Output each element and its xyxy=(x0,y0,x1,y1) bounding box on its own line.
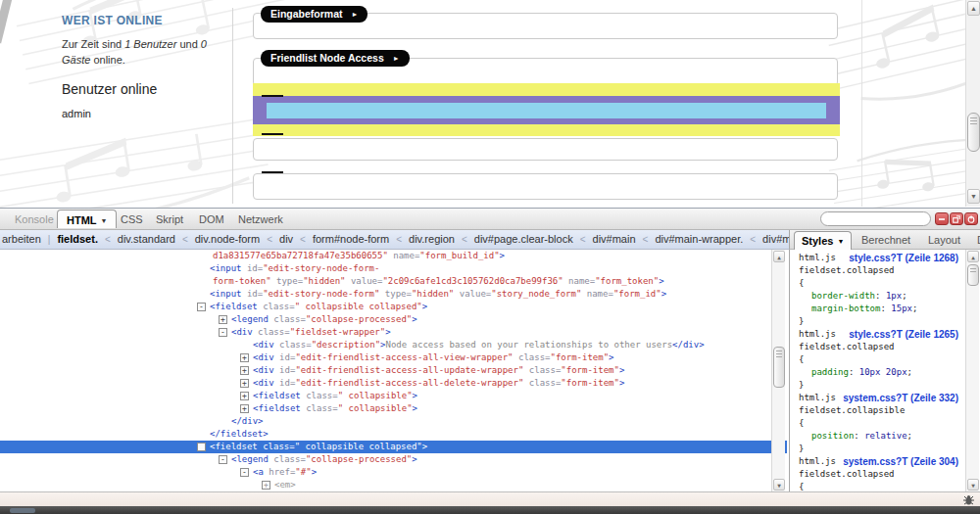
firebug-tab-konsole[interactable]: Konsole xyxy=(6,210,63,229)
collapse-node-icon[interactable]: - xyxy=(219,328,227,337)
html-panel-scrollbar[interactable]: ▲ ▼ xyxy=(771,250,785,491)
breadcrumb-divregion[interactable]: div.region xyxy=(409,233,455,245)
code-line[interactable]: -<fieldset class=" collapsible collapsed… xyxy=(0,301,787,313)
user-admin-link[interactable]: admin xyxy=(62,108,228,119)
expand-node-icon[interactable]: + xyxy=(240,404,249,413)
code-token-val: "hidden" xyxy=(303,276,345,286)
browser-scrollbar[interactable]: ▲ ▼ xyxy=(965,0,980,207)
code-token-val: d1a831577e65ba72718fa47e35b60655" xyxy=(213,251,388,260)
breadcrumb-divmain-wrapper[interactable]: div#main-wrapper. xyxy=(655,233,743,245)
breadcrumb-formnode-form[interactable]: form#node-form xyxy=(313,233,389,245)
firebug-tab-dom[interactable]: DOM xyxy=(190,210,233,229)
breadcrumb-divmain[interactable]: div#main xyxy=(593,233,636,245)
scroll-down-icon[interactable]: ▼ xyxy=(967,479,979,491)
css-file-link[interactable]: style.css?T (Zeile 1268) xyxy=(849,252,958,264)
scroll-up-icon[interactable]: ▲ xyxy=(773,251,785,262)
collapse-node-icon[interactable]: - xyxy=(197,303,206,311)
side-panel-tabs: Styles▼BerechnetLayoutDOM xyxy=(790,230,980,250)
scrollbar-thumb[interactable] xyxy=(967,264,979,286)
css-property[interactable]: padding: 10px 20px; xyxy=(799,366,980,379)
expand-node-icon[interactable]: + xyxy=(240,392,249,400)
code-line[interactable]: +<div id="edit-friendlist-access-all-del… xyxy=(0,377,787,390)
expand-node-icon[interactable]: + xyxy=(240,366,249,375)
breadcrumb-divpageclear-block[interactable]: div#page.clear-block xyxy=(474,233,573,245)
code-line[interactable]: +<legend class="collapse-processed"> xyxy=(0,313,787,326)
css-property-name: padding xyxy=(811,367,849,377)
css-property[interactable]: position: relative; xyxy=(799,430,980,443)
deactivate-button[interactable] xyxy=(964,212,978,225)
code-line[interactable]: </fieldset> xyxy=(0,428,787,441)
code-line[interactable]: d1a831577e65ba72718fa47e35b60655" name="… xyxy=(0,250,787,262)
scrollbar-thumb[interactable] xyxy=(967,113,980,152)
css-rules: html.jsstyle.css?T (Zeile 1268)fieldset.… xyxy=(799,252,980,491)
code-line-selected[interactable]: -<fieldset class=" collapsible collapsed… xyxy=(0,441,787,453)
collapsed-legend-link[interactable] xyxy=(262,95,283,97)
code-line[interactable]: +<fieldset class=" collapsible"> xyxy=(0,402,787,415)
css-file-link[interactable]: system.css?T (Zeile 332) xyxy=(843,392,958,404)
breadcrumb-separator: < xyxy=(643,234,649,245)
firebug-bug-icon[interactable] xyxy=(962,494,975,506)
code-line[interactable]: -<legend class="collapse-processed"> xyxy=(0,453,787,466)
chevron-down-icon: ▼ xyxy=(101,217,108,224)
expand-node-icon[interactable]: + xyxy=(262,481,270,490)
scroll-up-icon[interactable]: ▲ xyxy=(967,251,979,262)
code-line[interactable]: <input id="edit-story-node-form" type="h… xyxy=(0,288,787,301)
collapse-node-icon[interactable]: - xyxy=(219,455,227,464)
code-line[interactable]: <div class="description">Node access bas… xyxy=(0,339,787,351)
css-file-link[interactable]: style.css?T (Zeile 1265) xyxy=(849,328,958,341)
code-token-tag: <div xyxy=(253,365,274,375)
code-token-val: "edit-friendlist-access-all-delete-wrapp… xyxy=(295,378,523,388)
firebug-tab-html[interactable]: HTML▼ xyxy=(57,210,117,228)
css-property[interactable]: border-width: 1px; xyxy=(799,290,980,303)
firebug-tab-netzwerk[interactable]: Netzwerk xyxy=(229,210,292,229)
side-tab-layout[interactable]: Layout xyxy=(921,231,967,250)
scrollbar-thumb[interactable] xyxy=(773,347,785,388)
code-line[interactable]: +<em> xyxy=(0,479,787,491)
collapsed-legend-link[interactable] xyxy=(262,133,283,135)
code-token-val: "form_build_id" xyxy=(419,251,499,260)
expand-node-icon[interactable]: + xyxy=(240,379,249,388)
css-selector: fieldset.collapsed xyxy=(799,341,980,353)
collapse-node-icon[interactable]: - xyxy=(197,443,206,451)
css-file-link[interactable]: system.css?T (Zeile 304) xyxy=(843,455,958,468)
breadcrumb-divnode-form[interactable]: div.node-form xyxy=(195,233,260,245)
code-line[interactable]: -<div class="fieldset-wrapper"> xyxy=(0,326,787,339)
expand-node-icon[interactable]: + xyxy=(219,315,227,324)
breadcrumb-arbeiten[interactable]: arbeiten xyxy=(2,233,41,245)
who-online-title: WER IST ONLINE xyxy=(62,14,228,27)
scroll-down-icon[interactable]: ▼ xyxy=(773,479,785,491)
code-line[interactable]: <input id="edit-story-node-form- xyxy=(0,262,787,275)
collapse-node-icon[interactable]: - xyxy=(240,468,249,477)
scroll-down-icon[interactable]: ▼ xyxy=(967,189,980,204)
expand-node-icon[interactable]: + xyxy=(240,353,249,362)
breadcrumb-fieldset[interactable]: fieldset. xyxy=(57,233,98,245)
code-line[interactable]: +<div id="edit-friendlist-access-all-upd… xyxy=(0,364,787,377)
code-token-attr: class= xyxy=(258,302,295,311)
fieldset-legend-friendlist[interactable]: Friendlist Node Access► xyxy=(261,50,410,67)
who-online-mid: und xyxy=(176,38,200,50)
code-line[interactable]: -<a href="#"> xyxy=(0,466,787,479)
firebug-tab-skript[interactable]: Skript xyxy=(147,210,192,229)
side-tab-berechnet[interactable]: Berechnet xyxy=(855,231,917,250)
code-line[interactable]: +<div id="edit-friendlist-access-all-vie… xyxy=(0,351,787,364)
search-input[interactable] xyxy=(820,211,931,226)
code-line[interactable]: </div> xyxy=(0,415,787,428)
breadcrumb-div[interactable]: div xyxy=(279,233,293,245)
code-token-attr: id= xyxy=(242,289,264,299)
side-tab-dom[interactable]: DOM xyxy=(970,231,980,250)
minimize-button[interactable] xyxy=(935,212,949,225)
code-line[interactable]: form-token" type="hidden" value="2c09c6a… xyxy=(0,275,787,288)
code-token-tag: > xyxy=(413,391,417,400)
side-tab-styles[interactable]: Styles▼ xyxy=(794,231,852,250)
detach-button[interactable] xyxy=(950,212,963,225)
scroll-up-icon[interactable]: ▲ xyxy=(967,1,980,16)
breadcrumb-divstandard[interactable]: div.standard xyxy=(118,233,175,245)
firebug-tab-css[interactable]: CSS xyxy=(112,210,152,229)
code-line[interactable]: +<fieldset class=" collapsible"> xyxy=(0,390,787,402)
css-property[interactable]: margin-bottom: 15px; xyxy=(799,303,980,315)
code-token-tag: > xyxy=(500,251,505,260)
styles-panel-scrollbar[interactable]: ▲ ▼ xyxy=(965,250,979,491)
breadcrumb-divmain-columns[interactable]: div#main-columns xyxy=(762,233,790,245)
code-token-tag: <legend xyxy=(231,454,269,464)
fieldset-legend-eingabeformat[interactable]: Eingabeformat► xyxy=(261,6,368,23)
